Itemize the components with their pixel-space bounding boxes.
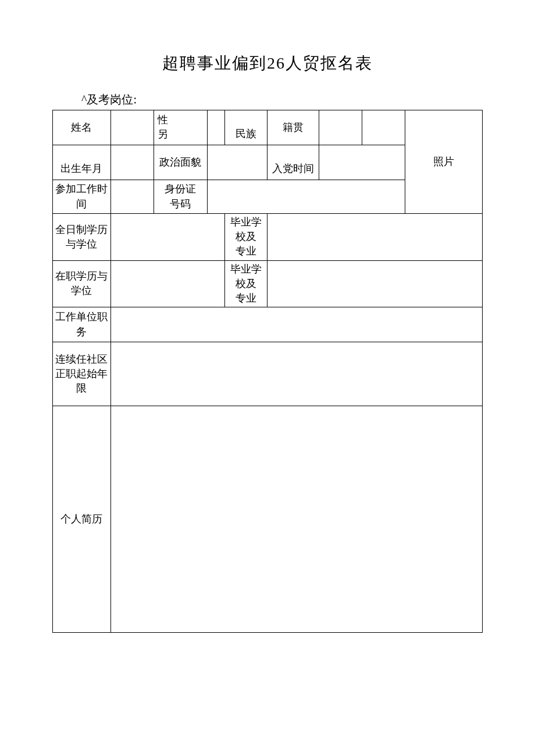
label-work-start: 参加工作时间 xyxy=(53,180,111,214)
form-title: 超聘事业偏到26人贸抠名表 xyxy=(52,52,483,74)
label-native-place: 籍贯 xyxy=(268,110,319,145)
value-birth[interactable] xyxy=(110,145,154,180)
value-id-number[interactable] xyxy=(208,180,405,214)
value-name[interactable] xyxy=(110,110,154,145)
value-inservice-edu[interactable] xyxy=(110,260,224,307)
label-work-unit: 工作单位职务 xyxy=(53,307,111,342)
label-ethnicity: 民族 xyxy=(224,110,268,145)
label-inservice-edu: 在职学历与学位 xyxy=(53,260,111,307)
label-party-date: 入党时间 xyxy=(268,145,319,180)
label-tenure: 连续任社区正职起始年限 xyxy=(53,342,111,406)
label-resume: 个人简历 xyxy=(53,406,111,633)
value-political-status[interactable] xyxy=(208,145,268,180)
value-grad-school-2[interactable] xyxy=(268,260,483,307)
position-label: ^及考岗位: xyxy=(81,92,483,108)
label-grad-school-2: 毕业学校及专业 xyxy=(224,260,268,307)
label-gender: 性另 xyxy=(154,110,207,145)
value-grad-school-1[interactable] xyxy=(268,214,483,261)
label-grad-school-1: 毕业学校及专业 xyxy=(224,214,268,261)
value-work-start[interactable] xyxy=(110,180,154,214)
registration-table: 姓名 性另 民族 籍贯 照片 出生年月 政治面貌 入党时间 参加工作时间 身份证… xyxy=(52,110,483,633)
value-party-date[interactable] xyxy=(319,145,405,180)
value-ethnicity[interactable] xyxy=(319,110,362,145)
label-political-status: 政治面貌 xyxy=(154,145,207,180)
label-birth: 出生年月 xyxy=(53,145,111,180)
value-work-unit[interactable] xyxy=(110,307,482,342)
value-resume[interactable] xyxy=(110,406,482,633)
value-native-place[interactable] xyxy=(362,110,405,145)
value-tenure[interactable] xyxy=(110,342,482,406)
label-id-number: 身份证号码 xyxy=(154,180,207,214)
value-gender[interactable] xyxy=(208,110,225,145)
value-fulltime-edu[interactable] xyxy=(110,214,224,261)
photo-cell[interactable]: 照片 xyxy=(405,110,482,214)
label-fulltime-edu: 全日制学历与学位 xyxy=(53,214,111,261)
label-name: 姓名 xyxy=(53,110,111,145)
